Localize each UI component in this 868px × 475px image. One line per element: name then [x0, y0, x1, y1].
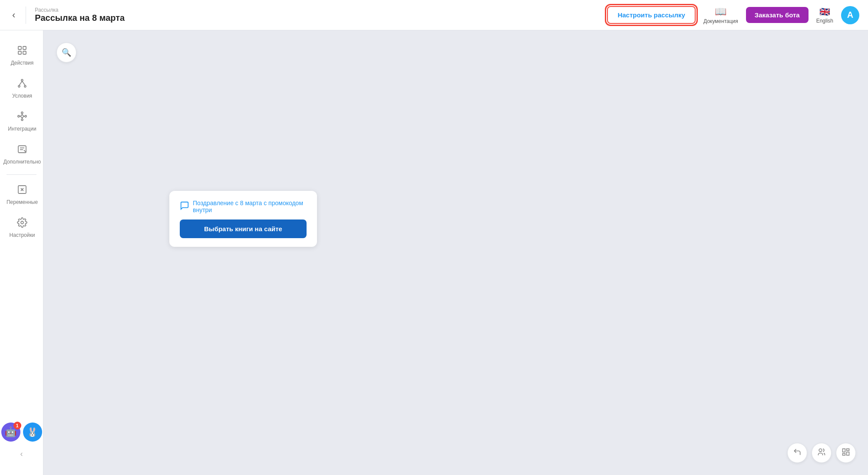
svg-rect-3	[23, 51, 26, 54]
variables-icon	[17, 184, 27, 197]
svg-rect-2	[18, 51, 21, 54]
svg-line-7	[19, 81, 22, 85]
sidebar: Действия Условия	[0, 30, 43, 475]
sidebar-divider	[7, 174, 36, 175]
language-button[interactable]: 🇬🇧 English	[816, 7, 833, 24]
bot-avatar2-icon: 🐰	[27, 427, 38, 437]
svg-point-6	[24, 85, 26, 87]
svg-rect-27	[847, 449, 849, 450]
sidebar-avatars: 🤖 1 🐰	[0, 423, 46, 442]
flag-icon: 🇬🇧	[819, 7, 830, 17]
search-button[interactable]: 🔍	[56, 43, 76, 62]
message-row: Поздравление с 8 марта с промокодом внут…	[180, 200, 307, 213]
svg-rect-18	[18, 146, 26, 153]
search-icon: 🔍	[62, 48, 71, 57]
users-icon	[817, 448, 826, 459]
header-subtitle: Рассылка	[35, 7, 607, 13]
svg-point-11	[21, 119, 23, 121]
actions-label: Действия	[11, 60, 34, 66]
svg-point-25	[819, 449, 822, 452]
book-icon: 📖	[715, 6, 726, 17]
layout-button[interactable]	[836, 443, 856, 463]
header-divider	[26, 7, 26, 24]
undo-button[interactable]	[787, 443, 807, 463]
doc-label: Документация	[703, 18, 738, 24]
settings-icon	[17, 217, 27, 230]
conditions-icon	[17, 78, 27, 91]
undo-icon	[793, 448, 802, 459]
message-bubble-icon	[180, 201, 189, 213]
svg-rect-0	[18, 46, 21, 49]
collapse-icon: ‹	[20, 449, 23, 459]
sidebar-item-actions[interactable]: Действия	[0, 39, 43, 72]
bottom-right-toolbar	[787, 443, 856, 463]
configure-button[interactable]: Настроить рассылку	[607, 6, 696, 24]
layout: Действия Условия	[0, 0, 868, 475]
notification-badge: 1	[13, 422, 21, 429]
bot-avatar-2[interactable]: 🐰	[23, 423, 42, 442]
main-canvas: 🔍 Поздравление с 8 марта с промокодом вн…	[43, 30, 868, 475]
svg-point-10	[21, 112, 23, 114]
avatar[interactable]: А	[841, 6, 859, 24]
svg-rect-26	[843, 449, 845, 452]
conditions-label: Условия	[12, 93, 32, 99]
header-title-block: Рассылка Рассылка на 8 марта	[35, 7, 607, 23]
additional-label: Дополнительно	[3, 159, 41, 165]
sidebar-item-additional[interactable]: Дополнительно	[0, 138, 43, 171]
sidebar-collapse-button[interactable]: ‹	[0, 446, 43, 462]
actions-icon	[17, 45, 27, 58]
bot-avatar-1[interactable]: 🤖 1	[1, 423, 20, 442]
svg-point-12	[18, 115, 20, 117]
svg-point-9	[21, 115, 23, 118]
documentation-button[interactable]: 📖 Документация	[703, 6, 738, 24]
svg-rect-29	[843, 453, 845, 455]
back-button[interactable]: ‹	[9, 6, 19, 24]
svg-point-13	[25, 115, 26, 117]
users-button[interactable]	[812, 443, 832, 463]
sidebar-bottom: 🤖 1 🐰 ‹	[0, 418, 43, 466]
sidebar-item-settings[interactable]: Настройки	[0, 211, 43, 244]
header-title: Рассылка на 8 марта	[35, 13, 607, 23]
additional-icon	[17, 144, 27, 157]
settings-label: Настройки	[10, 232, 35, 238]
lang-label: English	[816, 18, 833, 24]
svg-point-4	[21, 79, 23, 81]
order-bot-button[interactable]: Заказать бота	[746, 7, 809, 23]
message-card-text: Поздравление с 8 марта с промокодом внут…	[193, 200, 307, 213]
choose-books-button[interactable]: Выбрать книги на сайте	[180, 219, 307, 238]
header-actions: Настроить рассылку 📖 Документация Заказа…	[607, 6, 859, 24]
sidebar-item-variables[interactable]: Переменные	[0, 178, 43, 211]
layout-icon	[842, 448, 850, 459]
header: ‹ Рассылка Рассылка на 8 марта Настроить…	[0, 0, 868, 30]
sidebar-item-conditions[interactable]: Условия	[0, 72, 43, 105]
svg-rect-1	[23, 46, 26, 49]
message-card: Поздравление с 8 марта с промокодом внут…	[169, 191, 317, 247]
sidebar-item-integrations[interactable]: Интеграции	[0, 105, 43, 138]
svg-rect-28	[847, 452, 849, 455]
integrations-icon	[17, 111, 27, 124]
svg-point-24	[21, 221, 23, 224]
svg-line-8	[22, 81, 25, 85]
svg-point-5	[18, 85, 20, 87]
variables-label: Переменные	[7, 199, 38, 205]
integrations-label: Интеграции	[8, 126, 36, 132]
